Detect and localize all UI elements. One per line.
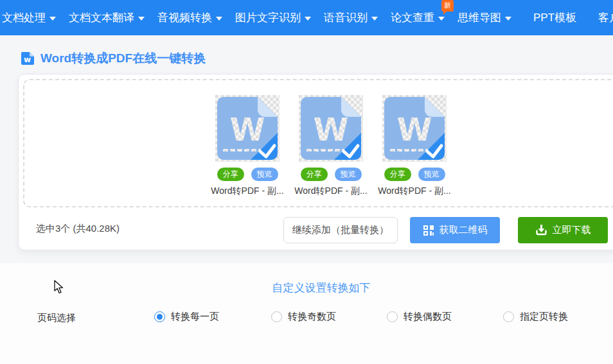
files-row: W 分享 预览 bbox=[30, 95, 613, 197]
nav-item-label: 思维导图 bbox=[458, 10, 501, 25]
file-panel: W 分享 预览 bbox=[18, 74, 613, 250]
nav-item-label: 文档文本翻译 bbox=[69, 10, 134, 25]
caret-down-icon bbox=[216, 17, 222, 21]
download-button[interactable]: 立即下载 bbox=[518, 217, 608, 243]
settings-section: 自定义设置转换如下 页码选择 转换每一页 转换奇数页 转换偶数页 指定页转换 bbox=[0, 263, 613, 364]
page-header: w Word转换成PDF在线一键转换 bbox=[21, 50, 206, 67]
nav-item[interactable]: 图片文字识别 bbox=[229, 0, 317, 35]
radio-option-label: 转换每一页 bbox=[171, 311, 219, 323]
caret-down-icon bbox=[438, 17, 445, 21]
share-button[interactable]: 分享 bbox=[217, 168, 244, 181]
nav-item[interactable]: 客户端 bbox=[592, 0, 613, 35]
nav-item[interactable]: 文档处理 bbox=[0, 0, 62, 35]
nav-item-label: 音视频转换 bbox=[157, 10, 212, 25]
radio-circle-icon bbox=[154, 311, 165, 322]
nav-item-label: 论文查重 bbox=[391, 10, 434, 25]
nav-item[interactable]: 文档文本翻译 bbox=[62, 0, 151, 35]
radio-option[interactable]: 转换偶数页 bbox=[387, 311, 452, 323]
file-name: Word转PDF - 副... bbox=[211, 186, 283, 197]
radio-option[interactable]: 指定页转换 bbox=[503, 311, 568, 323]
caret-down-icon bbox=[371, 17, 378, 21]
nav-item-label: 客户端 bbox=[598, 10, 613, 25]
radio-option-label: 指定页转换 bbox=[520, 311, 568, 323]
top-nav-bar: 文档处理 文档文本翻译 音视频转换 图片文字识别 语音识别 论文查重 新 思维导… bbox=[0, 0, 613, 35]
caret-down-icon bbox=[505, 17, 511, 21]
radio-option[interactable]: 转换奇数页 bbox=[271, 311, 336, 323]
nav-item-label: PPT模板 bbox=[533, 10, 576, 25]
caret-down-icon bbox=[305, 17, 311, 21]
nav-item[interactable]: 论文查重 新 bbox=[384, 0, 451, 35]
share-button[interactable]: 分享 bbox=[384, 168, 411, 181]
nav-item[interactable]: PPT模板 bbox=[527, 0, 583, 35]
mouse-cursor bbox=[54, 280, 65, 295]
svg-text:w: w bbox=[24, 55, 31, 64]
options-row: 转换每一页 转换奇数页 转换偶数页 指定页转换 bbox=[0, 263, 613, 364]
selection-summary: 选中3个 (共40.28K) bbox=[36, 223, 120, 235]
word-doc-mini-icon: w bbox=[21, 51, 35, 65]
qr-button-label: 获取二维码 bbox=[440, 224, 488, 236]
nav-item[interactable]: 思维导图 bbox=[451, 0, 518, 35]
download-icon bbox=[535, 224, 547, 236]
get-qrcode-button[interactable]: 获取二维码 bbox=[410, 217, 500, 243]
file-name: Word转PDF - 副... bbox=[378, 186, 450, 197]
caret-down-icon bbox=[138, 17, 145, 21]
download-button-label: 立即下载 bbox=[553, 224, 591, 236]
share-button[interactable]: 分享 bbox=[301, 168, 328, 181]
file-card: W 分享 预览 bbox=[206, 95, 289, 197]
word-doc-icon[interactable]: W bbox=[382, 95, 447, 162]
radio-option[interactable]: 转换每一页 bbox=[154, 311, 219, 323]
qr-code-icon bbox=[423, 225, 434, 236]
nav-item-label: 文档处理 bbox=[2, 10, 46, 25]
radio-circle-icon bbox=[387, 311, 398, 322]
page-title: Word转换成PDF在线一键转换 bbox=[40, 50, 206, 67]
radio-option-label: 转换偶数页 bbox=[404, 311, 452, 323]
preview-button[interactable]: 预览 bbox=[418, 168, 445, 181]
file-name: Word转PDF - 副... bbox=[294, 186, 367, 197]
radio-option-label: 转换奇数页 bbox=[288, 311, 336, 323]
nav-item[interactable]: 语音识别 bbox=[317, 0, 384, 35]
caret-down-icon bbox=[49, 17, 56, 21]
file-card: W 分享 预览 bbox=[373, 95, 456, 197]
word-doc-icon[interactable]: W bbox=[215, 95, 280, 162]
nav-item[interactable]: 音视频转换 bbox=[151, 0, 229, 35]
preview-button[interactable]: 预览 bbox=[335, 168, 362, 181]
word-doc-icon[interactable]: W bbox=[299, 95, 363, 162]
add-more-button[interactable]: 继续添加（批量转换） bbox=[283, 217, 398, 243]
preview-button[interactable]: 预览 bbox=[251, 168, 278, 181]
nav-item-label: 语音识别 bbox=[324, 10, 368, 25]
radio-circle-icon bbox=[271, 311, 282, 322]
panel-footer: 选中3个 (共40.28K) 继续添加（批量转换） 获取二维码 立即下载 bbox=[19, 207, 613, 251]
radio-circle-icon bbox=[503, 311, 514, 322]
file-card: W 分享 预览 bbox=[289, 95, 373, 197]
nav-item-label: 图片文字识别 bbox=[235, 10, 301, 25]
